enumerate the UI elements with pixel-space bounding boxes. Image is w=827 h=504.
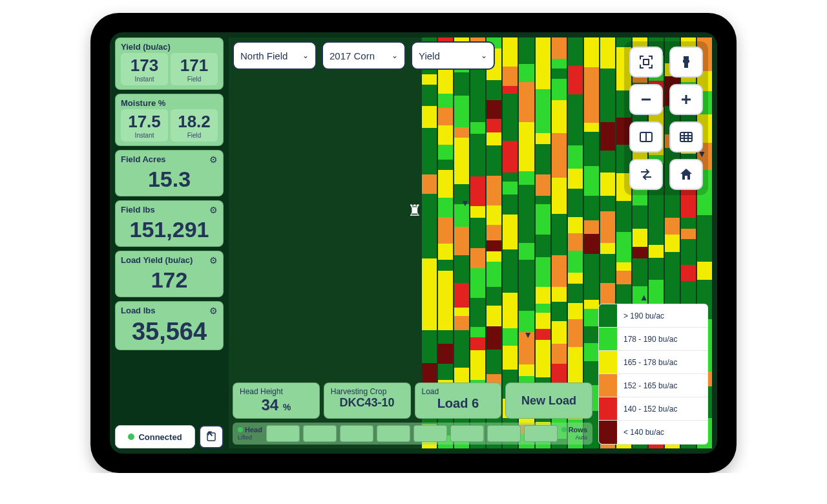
recenter-button[interactable]: [629, 47, 663, 78]
tablet-frame: Yield (bu/ac) 173Instant 171Field Moistu…: [90, 13, 737, 473]
gear-icon[interactable]: ⚙: [209, 255, 218, 266]
legend-label: 178 - 190 bu/ac: [617, 335, 707, 344]
row-slot: [340, 425, 373, 442]
metric-field-acres[interactable]: ⚙ Field Acres 15.3: [115, 150, 224, 196]
row-slot: [414, 425, 447, 442]
metric-field-lbs[interactable]: ⚙ Field lbs 151,291: [115, 200, 224, 247]
legend-label: < 140 bu/ac: [617, 428, 707, 437]
legend-swatch: [599, 397, 617, 420]
legend-swatch: [599, 351, 617, 373]
arrow-up-icon: ▲: [640, 292, 649, 302]
harvesting-crop-card[interactable]: Harvesting Crop DKC43-10: [324, 383, 411, 419]
row-slot: [377, 425, 410, 442]
legend-label: > 190 bu/ac: [617, 311, 707, 320]
metric-label: Load Yield (bu/ac): [121, 255, 218, 265]
expand-button[interactable]: [199, 425, 224, 448]
legend-row: 165 - 178 bu/ac: [599, 351, 707, 374]
yield-legend[interactable]: > 190 bu/ac178 - 190 bu/ac165 - 178 bu/a…: [598, 304, 708, 445]
arrow-down-icon: ▼: [461, 198, 470, 208]
metrics-sidebar: Yield (bu/ac) 173Instant 171Field Moistu…: [115, 37, 224, 448]
new-load-button[interactable]: New Load: [505, 383, 592, 419]
metric-label: Moisture %: [121, 98, 218, 108]
expand-arrow-icon: [205, 431, 217, 443]
metric-label: Yield (bu/ac): [121, 42, 218, 52]
map-tools: [624, 41, 708, 195]
gear-icon[interactable]: ⚙: [209, 154, 218, 165]
metric-moisture[interactable]: Moisture % 17.5Instant 18.2Field: [115, 94, 224, 146]
app-screen: Yield (bu/ac) 173Instant 171Field Moistu…: [110, 32, 717, 454]
chevron-down-icon: ⌄: [392, 51, 398, 60]
zoom-out-button[interactable]: [629, 84, 663, 115]
status-dot-icon: [128, 434, 134, 440]
metric-label: Load lbs: [121, 306, 218, 315]
row-slot: [487, 425, 521, 442]
svg-rect-2: [684, 56, 689, 60]
metric-label: Field lbs: [121, 205, 218, 215]
legend-swatch: [599, 328, 617, 350]
rows-status: RowsAuto: [561, 426, 587, 441]
chevron-down-icon: ⌄: [481, 51, 487, 60]
row-slot: [450, 425, 484, 442]
zoom-in-button[interactable]: [669, 84, 703, 115]
harvest-controls: Head Height 34 % Harvesting Crop DKC43-1…: [233, 383, 592, 445]
row-slot: [303, 425, 337, 442]
crop-select[interactable]: 2017 Corn⌄: [322, 41, 406, 70]
legend-row: < 140 bu/ac: [599, 421, 707, 444]
metric-load-yield[interactable]: ⚙ Load Yield (bu/ac) 172: [115, 251, 224, 297]
arrow-down-icon: ▼: [523, 330, 532, 340]
field-select[interactable]: North Field⌄: [233, 41, 317, 70]
legend-label: 165 - 178 bu/ac: [617, 358, 707, 367]
legend-label: 152 - 165 bu/ac: [617, 381, 707, 390]
legend-row: 140 - 152 bu/ac: [599, 397, 707, 421]
field-map[interactable]: ♜ ▼ ▼ ▲ ▼ North Field⌄ 2017 Corn⌄ Yield⌄…: [229, 37, 712, 448]
swap-button[interactable]: [629, 159, 663, 190]
combine-marker-icon: ♜: [408, 202, 422, 220]
metric-load-lbs[interactable]: ⚙ Load lbs 35,564: [115, 301, 224, 350]
gear-icon[interactable]: ⚙: [209, 205, 218, 215]
load-card[interactable]: Load Load 6: [415, 383, 502, 419]
row-status-bar: HeadLifted RowsAuto: [233, 423, 592, 445]
head-height-card[interactable]: Head Height 34 %: [233, 383, 320, 419]
legend-row: 178 - 190 bu/ac: [599, 328, 707, 351]
layer-select[interactable]: Yield⌄: [411, 41, 495, 70]
legend-swatch: [599, 421, 617, 444]
metric-yield[interactable]: Yield (bu/ac) 173Instant 171Field: [115, 37, 224, 90]
split-view-button[interactable]: [629, 121, 663, 152]
legend-label: 140 - 152 bu/ac: [617, 404, 707, 414]
row-indicators: [266, 425, 558, 442]
gear-icon[interactable]: ⚙: [209, 306, 218, 316]
legend-row: 152 - 165 bu/ac: [599, 374, 707, 397]
legend-row: > 190 bu/ac: [599, 304, 707, 328]
home-button[interactable]: [669, 159, 703, 190]
head-status: HeadLifted: [238, 426, 262, 441]
svg-rect-4: [680, 132, 692, 142]
chevron-down-icon: ⌄: [302, 51, 309, 60]
data-table-button[interactable]: [669, 121, 703, 152]
header-button[interactable]: [669, 47, 703, 78]
legend-swatch: [599, 374, 617, 397]
row-slot: [266, 425, 300, 442]
legend-swatch: [599, 304, 617, 327]
metric-label: Field Acres: [121, 154, 218, 164]
svg-rect-1: [644, 59, 649, 65]
row-slot: [524, 425, 558, 442]
connection-status[interactable]: Connected: [115, 425, 195, 448]
